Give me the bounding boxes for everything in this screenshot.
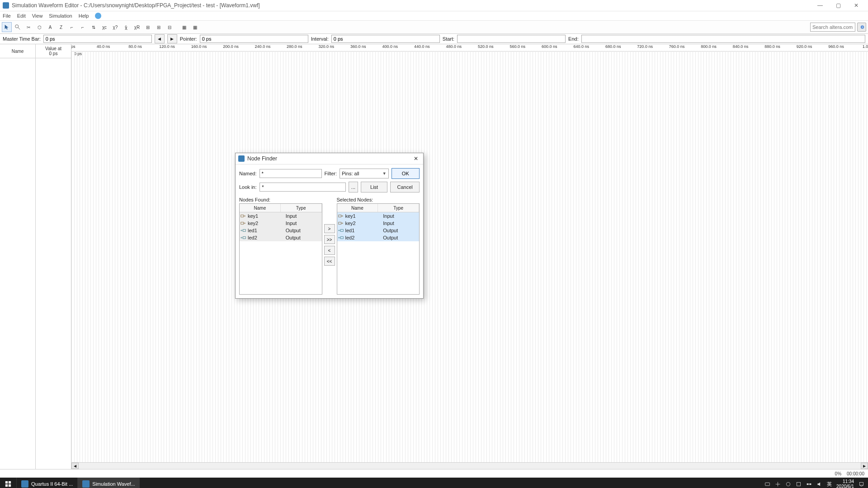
move-all-left-button[interactable]: << <box>324 257 335 266</box>
tray-volume-icon[interactable] <box>816 481 822 487</box>
taskbar-item-simwave[interactable]: Simulation Wavef... <box>77 478 139 488</box>
dialog-close-button[interactable]: ✕ <box>411 154 420 163</box>
tool-count[interactable]: χc <box>99 22 109 32</box>
tool-cut[interactable]: ✂ <box>24 22 33 32</box>
svg-rect-19 <box>809 483 811 484</box>
search-go-button[interactable] <box>857 23 866 32</box>
selected-nodes-label: Selected Nodes: <box>337 197 420 202</box>
pin-out-icon <box>240 228 247 233</box>
h-scrollbar[interactable]: ◀ ▶ <box>71 462 868 469</box>
end-input[interactable] <box>581 35 865 43</box>
maximize-button[interactable]: ▢ <box>829 0 847 11</box>
tray-icon-4[interactable] <box>796 481 802 487</box>
selected-nodes-list[interactable]: Name Type key1Inputkey2Inputled1Outputle… <box>337 203 420 295</box>
tool-clock-low[interactable]: ⌐ <box>67 22 77 32</box>
tray-ime[interactable]: 英 <box>827 481 832 488</box>
ruler-tick: 280.0 ns <box>287 44 302 49</box>
list-item[interactable]: key2Input <box>240 220 322 227</box>
help-icon[interactable] <box>95 13 101 19</box>
tool-force-low[interactable]: A <box>45 22 55 32</box>
tray-icon-2[interactable] <box>775 481 781 487</box>
tool-overwrite[interactable]: χ̄ <box>121 22 131 32</box>
list-button[interactable]: List <box>361 182 388 192</box>
timebar: Master Time Bar: ◀ ▶ Pointer: Interval: … <box>0 34 868 44</box>
svg-rect-12 <box>9 481 11 483</box>
master-time-label: Master Time Bar: <box>3 36 41 42</box>
list-item[interactable]: key2Input <box>337 220 420 227</box>
list-item[interactable]: key1Input <box>240 212 322 220</box>
tool-group[interactable]: ⊟ <box>165 22 175 32</box>
dialog-title: Node Finder <box>247 155 277 162</box>
ruler-tick: 520.0 ns <box>478 44 494 49</box>
window-title: Simulation Waveform Editor - C:/Users/sn… <box>12 2 260 9</box>
ruler-tick: 160.0 ns <box>191 44 207 49</box>
time-prev-button[interactable]: ◀ <box>155 34 165 43</box>
named-input[interactable] <box>259 169 322 178</box>
nodes-found-list[interactable]: Name Type key1Inputkey2Inputled1Outputle… <box>239 203 322 295</box>
tool-pointer[interactable] <box>2 22 12 32</box>
menu-edit[interactable]: Edit <box>17 13 26 19</box>
svg-line-1 <box>18 28 20 29</box>
tool-snap2[interactable]: ⊞ <box>154 22 164 32</box>
tray-network-icon[interactable] <box>806 481 812 487</box>
start-label: Start: <box>443 36 454 42</box>
list-item[interactable]: led1Output <box>337 227 420 234</box>
list-item[interactable]: led2Output <box>240 234 322 241</box>
tool-invert[interactable]: ⇅ <box>89 22 99 32</box>
tray-icon-1[interactable] <box>764 481 770 487</box>
list-item[interactable]: led2Output <box>337 234 420 241</box>
interval-input[interactable] <box>331 35 440 43</box>
minimize-button[interactable]: — <box>811 0 829 11</box>
time-next-button[interactable]: ▶ <box>167 34 177 43</box>
ruler-tick: 760.0 ns <box>669 44 685 49</box>
move-right-button[interactable]: > <box>324 224 335 233</box>
ruler-tick: 360.0 ns <box>350 44 366 49</box>
move-all-right-button[interactable]: >> <box>324 235 335 244</box>
start-button[interactable] <box>0 478 16 488</box>
scroll-left[interactable]: ◀ <box>71 463 79 469</box>
scroll-right[interactable]: ▶ <box>861 463 868 469</box>
move-left-button[interactable]: < <box>324 246 335 255</box>
menu-simulation[interactable]: Simulation <box>49 13 72 19</box>
tool-snap[interactable]: ⊞ <box>143 22 153 32</box>
menu-help[interactable]: Help <box>79 13 89 19</box>
ok-button[interactable]: OK <box>392 168 420 179</box>
tool-run-sim[interactable]: ▦ <box>179 22 189 32</box>
browse-button[interactable]: ... <box>349 182 358 192</box>
list-item[interactable]: led1Output <box>240 227 322 234</box>
tray-clock[interactable]: 11:34 2020/6/1 <box>836 479 854 488</box>
start-input[interactable] <box>457 35 566 43</box>
tool-force-high[interactable]: Z <box>56 22 66 32</box>
menu-file[interactable]: File <box>3 13 11 19</box>
lookin-input[interactable] <box>259 183 346 192</box>
close-button[interactable]: ✕ <box>847 0 865 11</box>
tool-random2[interactable]: χR <box>132 22 142 32</box>
taskbar-item-quartus[interactable]: Quartus II 64-Bit ... <box>16 478 77 488</box>
tool-random[interactable]: χ? <box>110 22 120 32</box>
master-time-input[interactable] <box>43 35 152 43</box>
search-input[interactable] <box>810 23 855 32</box>
ruler-tick: 960.0 ns <box>828 44 844 49</box>
pointer-input[interactable] <box>200 35 308 43</box>
cancel-button[interactable]: Cancel <box>390 182 420 192</box>
filter-dropdown[interactable]: Pins: all ▼ <box>340 169 389 178</box>
list-item[interactable]: key1Input <box>337 212 420 220</box>
ruler-tick: 80.0 ns <box>128 44 142 49</box>
chevron-down-icon: ▼ <box>382 171 387 176</box>
tool-settings[interactable]: ▦ <box>190 22 200 32</box>
tool-clock-high[interactable]: ⌐ <box>78 22 88 32</box>
tray-icon-3[interactable] <box>785 481 791 487</box>
taskbar-label-quartus: Quartus II 64-Bit ... <box>31 481 73 487</box>
waveform-area[interactable]: 0 ps40.0 ns80.0 ns120.0 ns160.0 ns200.0 … <box>71 44 868 469</box>
menu-view[interactable]: View <box>32 13 43 19</box>
node-name: key1 <box>344 213 382 219</box>
svg-rect-14 <box>9 484 11 487</box>
menubar: File Edit View Simulation Help <box>0 11 868 21</box>
pin-in-icon <box>240 214 247 218</box>
tray-notifications-icon[interactable] <box>859 481 864 487</box>
tool-zoom[interactable] <box>13 22 23 32</box>
tool-unknown-a[interactable]: ⬡ <box>34 22 44 32</box>
simwave-icon <box>82 480 90 488</box>
svg-rect-17 <box>797 482 801 486</box>
grid-area <box>71 51 868 463</box>
